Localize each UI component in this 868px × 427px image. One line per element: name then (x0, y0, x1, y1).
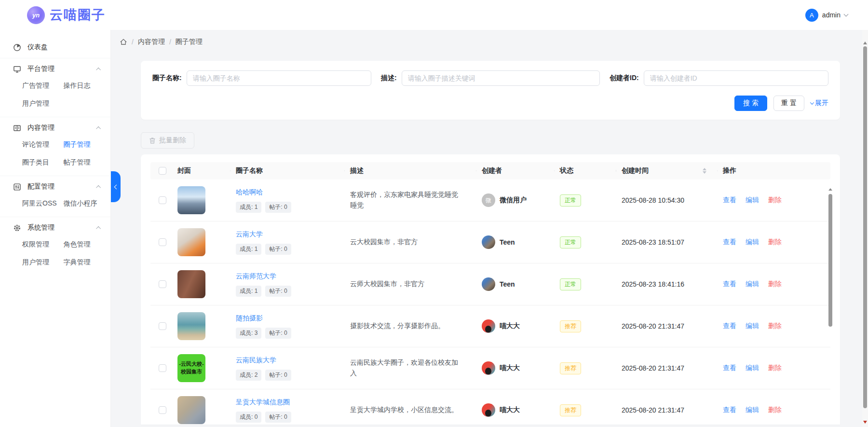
delete-link[interactable]: 删除 (768, 280, 782, 288)
delete-link[interactable]: 删除 (768, 406, 782, 413)
creator-name: Teen (500, 280, 515, 288)
circle-name-link[interactable]: 云南师范大学 (236, 272, 276, 281)
chevron-up-icon (96, 67, 101, 72)
posts-badge: 帖子: 0 (265, 328, 291, 339)
batch-delete-button[interactable]: 批量删除 (141, 132, 194, 149)
reset-button[interactable]: 重 置 (773, 96, 804, 111)
table-row: 云南师范大学 成员: 1 帖子: 0 云师大校园集市，非官方 Teen 正常 2… (150, 263, 830, 305)
circle-name-link[interactable]: 云南民族大学 (236, 356, 276, 365)
row-checkbox[interactable] (159, 322, 166, 330)
breadcrumb-item[interactable]: 内容管理 (138, 38, 165, 46)
sidebar-item-user-management[interactable]: 用户管理 (22, 99, 64, 108)
sidebar-item-dashboard[interactable]: 仪表盘 (0, 37, 110, 58)
search-button[interactable]: 搜 索 (734, 96, 767, 111)
table-scrollbar-thumb[interactable] (828, 194, 832, 327)
edit-link[interactable]: 编辑 (746, 322, 759, 330)
sidebar-item-comment-management[interactable]: 评论管理 (22, 140, 64, 149)
table-row: 哈哈啊哈 成员: 1 帖子: 0 客观评价，京东家电家具睡觉觉睡觉睡觉 微 微信… (150, 179, 830, 221)
view-link[interactable]: 查看 (723, 322, 736, 330)
row-checkbox[interactable] (159, 238, 166, 246)
app-logo: yn 云喵圈子 (27, 6, 106, 24)
posts-badge: 帖子: 0 (265, 244, 291, 255)
sidebar-group-label: 配置管理 (27, 182, 54, 191)
expand-label: 展开 (815, 99, 828, 108)
sidebar-item-wechat-miniprogram[interactable]: 微信小程序 (64, 199, 105, 208)
description-input[interactable] (402, 70, 600, 86)
user-menu[interactable]: A admin (805, 9, 848, 22)
edit-link[interactable]: 编辑 (746, 406, 759, 413)
col-header-creator: 创建者 (476, 166, 554, 175)
circle-description: 云大校园集市，非官方 (350, 237, 476, 248)
submenu-platform: 广告管理 操作日志 用户管理 (0, 80, 110, 117)
creator-id-input[interactable] (644, 70, 828, 86)
edit-link[interactable]: 编辑 (746, 364, 759, 372)
expand-toggle[interactable]: 展开 (811, 99, 828, 108)
circle-name-link[interactable]: 随拍摄影 (236, 314, 263, 323)
col-header-name: 圈子名称 (230, 166, 344, 175)
circle-cover-image (177, 186, 205, 214)
delete-link[interactable]: 删除 (768, 364, 782, 372)
row-checkbox[interactable] (159, 364, 166, 372)
sidebar-item-ad-management[interactable]: 广告管理 (22, 82, 64, 90)
circle-name-input[interactable] (187, 70, 371, 86)
sidebar-collapse-handle[interactable] (111, 171, 121, 202)
view-link[interactable]: 查看 (723, 280, 736, 288)
scrollbar-up-arrow[interactable] (863, 40, 867, 44)
creator-avatar (482, 235, 495, 249)
members-badge: 成员: 1 (236, 202, 261, 213)
delete-link[interactable]: 删除 (768, 238, 782, 246)
circle-description: 云南民族大学圈子，欢迎各位校友加入 (350, 358, 476, 378)
circle-name-link[interactable]: 云南大学 (236, 230, 263, 239)
edit-link[interactable]: 编辑 (746, 238, 759, 246)
sidebar-item-post-management[interactable]: 帖子管理 (64, 158, 105, 167)
sidebar-group-config[interactable]: 配置管理 (0, 176, 110, 197)
batch-delete-label: 批量删除 (159, 136, 186, 145)
members-badge: 成员: 1 (236, 286, 261, 297)
sidebar-group-system[interactable]: 系统管理 (0, 217, 110, 238)
chevron-up-icon (96, 185, 101, 190)
sidebar-item-operation-log[interactable]: 操作日志 (64, 82, 105, 90)
circle-name-link[interactable]: 哈哈啊哈 (236, 188, 263, 197)
sidebar-item-circle-category[interactable]: 圈子类目 (22, 158, 64, 167)
sidebar-group-platform[interactable]: 平台管理 (0, 58, 110, 80)
row-checkbox[interactable] (159, 406, 166, 414)
platform-icon (13, 65, 21, 73)
row-checkbox[interactable] (159, 280, 166, 288)
view-link[interactable]: 查看 (723, 406, 736, 413)
delete-link[interactable]: 删除 (768, 196, 782, 204)
page-scrollbar[interactable] (862, 30, 868, 427)
sidebar-item-user-management-sys[interactable]: 用户管理 (22, 258, 64, 267)
members-badge: 成员: 3 (236, 328, 261, 339)
edit-link[interactable]: 编辑 (746, 280, 759, 288)
sidebar-group-label: 仪表盘 (27, 43, 48, 52)
sidebar-item-role-management[interactable]: 角色管理 (64, 240, 105, 249)
view-link[interactable]: 查看 (723, 196, 736, 204)
table-scrollbar[interactable] (828, 179, 832, 427)
user-name: admin (822, 11, 841, 19)
posts-badge: 帖子: 0 (265, 412, 291, 423)
sidebar-item-dict-management[interactable]: 字典管理 (64, 258, 105, 267)
sidebar-item-aliyun-oss[interactable]: 阿里云OSS (22, 199, 64, 208)
config-icon (13, 183, 21, 191)
sort-carets-icon[interactable] (703, 166, 706, 176)
delete-link[interactable]: 删除 (768, 322, 782, 330)
sidebar-item-permission-management[interactable]: 权限管理 (22, 240, 64, 249)
sidebar-group-content[interactable]: 内容管理 (0, 117, 110, 138)
home-icon[interactable] (120, 38, 127, 46)
sidebar-item-circle-management[interactable]: 圈子管理 (64, 140, 105, 149)
posts-badge: 帖子: 0 (265, 202, 291, 213)
page-scrollbar-thumb[interactable] (863, 46, 867, 408)
scroll-up-icon[interactable] (828, 186, 832, 191)
scrollbar-down-arrow[interactable] (863, 421, 867, 426)
chevron-up-icon (96, 226, 101, 231)
view-link[interactable]: 查看 (723, 238, 736, 246)
logo-icon: yn (27, 6, 45, 24)
row-checkbox[interactable] (159, 196, 166, 204)
breadcrumb-item-current: 圈子管理 (176, 38, 203, 46)
circle-cover-image (177, 228, 205, 256)
edit-link[interactable]: 编辑 (746, 196, 759, 204)
circle-name-link[interactable]: 呈贡大学城信息圈 (236, 398, 290, 407)
view-link[interactable]: 查看 (723, 364, 736, 372)
posts-badge: 帖子: 0 (265, 286, 291, 297)
select-all-checkbox[interactable] (159, 167, 166, 175)
